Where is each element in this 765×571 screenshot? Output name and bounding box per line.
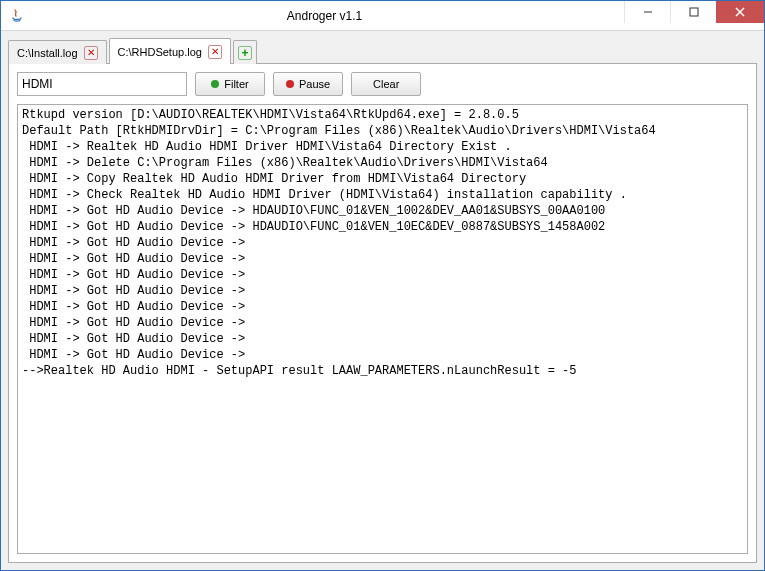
filter-input[interactable] [17, 72, 187, 96]
button-label: Filter [224, 78, 248, 90]
log-content: Rtkupd version [D:\AUDIO\REALTEK\HDMI\Vi… [18, 105, 747, 381]
filter-button[interactable]: Filter [195, 72, 265, 96]
java-icon [9, 8, 25, 24]
window-controls [624, 1, 764, 30]
button-label: Pause [299, 78, 330, 90]
close-button[interactable] [716, 1, 764, 23]
close-tab-icon[interactable]: ✕ [208, 45, 222, 59]
svg-rect-1 [690, 8, 698, 16]
file-tab[interactable]: C:\Install.log ✕ [8, 40, 107, 64]
button-label: Clear [373, 78, 399, 90]
close-tab-icon[interactable]: ✕ [84, 46, 98, 60]
titlebar: Androger v1.1 [1, 1, 764, 31]
file-tab[interactable]: C:\RHDSetup.log ✕ [109, 38, 231, 64]
red-dot-icon [286, 80, 294, 88]
green-dot-icon [211, 80, 219, 88]
pause-button[interactable]: Pause [273, 72, 343, 96]
log-viewport[interactable]: Rtkupd version [D:\AUDIO\REALTEK\HDMI\Vi… [17, 104, 748, 554]
toolbar: Filter Pause Clear [17, 72, 748, 96]
tab-label: C:\RHDSetup.log [118, 46, 202, 58]
tab-panel: Filter Pause Clear Rtkupd version [D:\AU… [8, 63, 757, 563]
add-tab-button[interactable]: + [233, 40, 257, 64]
maximize-button[interactable] [670, 1, 716, 23]
app-window: Androger v1.1 C:\Install.log ✕ C:\RHDSet… [0, 0, 765, 571]
tab-label: C:\Install.log [17, 47, 78, 59]
minimize-button[interactable] [624, 1, 670, 23]
client-area: C:\Install.log ✕ C:\RHDSetup.log ✕ + Fil… [1, 31, 764, 570]
plus-icon: + [238, 46, 252, 60]
tabstrip: C:\Install.log ✕ C:\RHDSetup.log ✕ + [8, 36, 757, 64]
clear-button[interactable]: Clear [351, 72, 421, 96]
window-title: Androger v1.1 [25, 9, 624, 23]
